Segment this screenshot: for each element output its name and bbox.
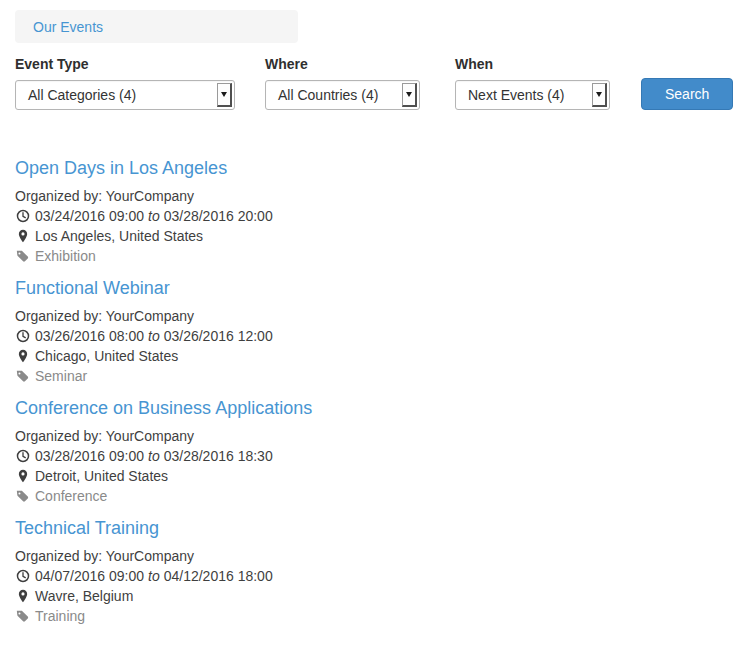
event-category: Exhibition <box>15 246 735 266</box>
event-location: Detroit, United States <box>15 466 735 486</box>
event-category-text: Training <box>35 606 85 626</box>
event-organizer: Organized by: YourCompany <box>15 546 735 566</box>
event-dates: 03/28/2016 09:00 to 03/28/2016 18:30 <box>15 446 735 466</box>
event-category-text: Conference <box>35 486 107 506</box>
clock-icon <box>15 449 30 463</box>
event-organizer: Organized by: YourCompany <box>15 306 735 326</box>
event-date-start: 03/28/2016 09:00 <box>35 446 144 466</box>
event-title: Open Days in Los Angeles <box>15 158 735 179</box>
event-type-select-value: All Categories (4) <box>28 87 136 103</box>
event-date-separator: to <box>148 566 160 586</box>
event-title: Functional Webinar <box>15 278 735 299</box>
events-list: Open Days in Los Angeles Organized by: Y… <box>15 158 735 626</box>
event-card: Conference on Business Applications Orga… <box>15 398 735 506</box>
country-select-value: All Countries (4) <box>278 87 378 103</box>
event-location-text: Chicago, United States <box>35 346 178 366</box>
filter-label-when: When <box>455 56 610 73</box>
tag-icon <box>15 610 30 623</box>
event-date-start: 03/24/2016 09:00 <box>35 206 144 226</box>
map-marker-icon <box>15 469 30 483</box>
filter-when: When Next Events (4) <box>455 56 610 110</box>
event-organizer-text: Organized by: YourCompany <box>15 306 194 326</box>
event-location: Wavre, Belgium <box>15 586 735 606</box>
event-type-select[interactable]: All Categories (4) <box>15 80 235 110</box>
event-date-end: 03/28/2016 18:30 <box>164 446 273 466</box>
filter-where: Where All Countries (4) <box>265 56 420 110</box>
event-title: Technical Training <box>15 518 735 539</box>
chevron-down-icon <box>402 83 417 107</box>
event-title-link[interactable]: Functional Webinar <box>15 278 170 298</box>
tag-icon <box>15 250 30 263</box>
filter-event-type: Event Type All Categories (4) <box>15 56 235 110</box>
map-marker-icon <box>15 229 30 243</box>
event-date-start: 04/07/2016 09:00 <box>35 566 144 586</box>
event-location-text: Detroit, United States <box>35 466 168 486</box>
event-date-separator: to <box>148 206 160 226</box>
event-organizer: Organized by: YourCompany <box>15 426 735 446</box>
event-location: Los Angeles, United States <box>15 226 735 246</box>
event-date-end: 03/28/2016 20:00 <box>164 206 273 226</box>
event-date-end: 04/12/2016 18:00 <box>164 566 273 586</box>
tag-icon <box>15 490 30 503</box>
event-location-text: Los Angeles, United States <box>35 226 203 246</box>
event-title-link[interactable]: Technical Training <box>15 518 159 538</box>
event-date-start: 03/26/2016 08:00 <box>35 326 144 346</box>
search-button[interactable]: Search <box>641 78 733 110</box>
event-title-link[interactable]: Conference on Business Applications <box>15 398 312 418</box>
tag-icon <box>15 370 30 383</box>
event-card: Open Days in Los Angeles Organized by: Y… <box>15 158 735 266</box>
filter-label-where: Where <box>265 56 420 73</box>
event-category-text: Seminar <box>35 366 87 386</box>
event-location-text: Wavre, Belgium <box>35 586 133 606</box>
filter-label-event-type: Event Type <box>15 56 235 73</box>
event-date-separator: to <box>148 446 160 466</box>
event-dates: 04/07/2016 09:00 to 04/12/2016 18:00 <box>15 566 735 586</box>
filter-bar: Event Type All Categories (4) Where All … <box>15 56 735 110</box>
event-category-text: Exhibition <box>35 246 96 266</box>
event-organizer-text: Organized by: YourCompany <box>15 546 194 566</box>
event-organizer: Organized by: YourCompany <box>15 186 735 206</box>
event-date-separator: to <box>148 326 160 346</box>
country-select[interactable]: All Countries (4) <box>265 80 420 110</box>
when-select-value: Next Events (4) <box>468 87 564 103</box>
event-title-link[interactable]: Open Days in Los Angeles <box>15 158 227 178</box>
breadcrumb-our-events[interactable]: Our Events <box>33 19 103 35</box>
event-category: Conference <box>15 486 735 506</box>
clock-icon <box>15 209 30 223</box>
event-title: Conference on Business Applications <box>15 398 735 419</box>
when-select[interactable]: Next Events (4) <box>455 80 610 110</box>
event-card: Functional Webinar Organized by: YourCom… <box>15 278 735 386</box>
breadcrumb: Our Events <box>15 10 298 43</box>
map-marker-icon <box>15 349 30 363</box>
event-location: Chicago, United States <box>15 346 735 366</box>
map-marker-icon <box>15 589 30 603</box>
event-category: Seminar <box>15 366 735 386</box>
event-date-end: 03/26/2016 12:00 <box>164 326 273 346</box>
events-page: Our Events Event Type All Categories (4)… <box>0 0 750 626</box>
event-organizer-text: Organized by: YourCompany <box>15 426 194 446</box>
clock-icon <box>15 329 30 343</box>
event-card: Technical Training Organized by: YourCom… <box>15 518 735 626</box>
clock-icon <box>15 569 30 583</box>
event-category: Training <box>15 606 735 626</box>
chevron-down-icon <box>217 83 232 107</box>
event-dates: 03/26/2016 08:00 to 03/26/2016 12:00 <box>15 326 735 346</box>
chevron-down-icon <box>592 83 607 107</box>
event-organizer-text: Organized by: YourCompany <box>15 186 194 206</box>
event-dates: 03/24/2016 09:00 to 03/28/2016 20:00 <box>15 206 735 226</box>
